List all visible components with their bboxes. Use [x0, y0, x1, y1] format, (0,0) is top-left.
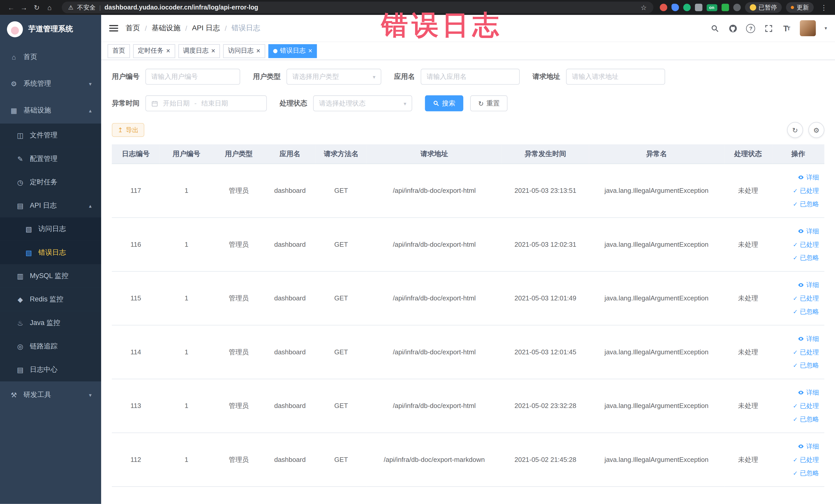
- tab-scheduled-tasks[interactable]: 定时任务 ×: [133, 44, 175, 58]
- tab-access-log[interactable]: 访问日志 ×: [223, 44, 265, 58]
- back-icon[interactable]: ←: [5, 3, 17, 11]
- refresh-button[interactable]: ↻: [787, 122, 803, 138]
- extension-icon-drop[interactable]: [671, 4, 679, 11]
- check-icon: ✓: [793, 453, 798, 466]
- extension-on-badge[interactable]: on: [707, 4, 717, 11]
- close-icon[interactable]: ×: [211, 47, 216, 55]
- detail-link[interactable]: 详细: [775, 278, 819, 292]
- app-logo[interactable]: 芋道管理系统: [0, 15, 101, 44]
- sidebar-item-trace[interactable]: ◎ 链路追踪: [0, 335, 101, 358]
- tab-schedule-log[interactable]: 调度日志 ×: [178, 44, 220, 58]
- app-name-input[interactable]: [421, 69, 520, 85]
- column-status: 处理状态: [724, 144, 772, 164]
- cell-status: 未处理: [724, 218, 772, 271]
- search-button[interactable]: 搜索: [425, 95, 463, 111]
- sidebar-item-java-monitor[interactable]: ♨ Java 监控: [0, 311, 101, 335]
- avatar-caret-icon[interactable]: ▾: [824, 26, 827, 31]
- ignored-link[interactable]: ✓已忽略: [775, 251, 819, 264]
- sidebar-item-error-log[interactable]: ▧ 错误日志: [0, 241, 101, 264]
- processed-link[interactable]: ✓已处理: [775, 184, 819, 198]
- ignored-link[interactable]: ✓已忽略: [775, 305, 819, 318]
- ignored-link[interactable]: ✓已忽略: [775, 466, 819, 480]
- detail-link[interactable]: 详细: [775, 386, 819, 399]
- detail-link[interactable]: 详细: [775, 332, 819, 346]
- eye-icon: [798, 228, 804, 235]
- processed-link[interactable]: ✓已处理: [775, 345, 819, 359]
- user-type-select[interactable]: 请选择用户类型 ▾: [286, 69, 381, 85]
- address-bar[interactable]: ⚠ 不安全 | dashboard.yudao.iocoder.cn/infra…: [62, 2, 653, 13]
- refresh-icon: ↻: [792, 126, 798, 134]
- sidebar-item-access-log[interactable]: ▧ 访问日志: [0, 217, 101, 241]
- processed-link[interactable]: ✓已处理: [775, 453, 819, 466]
- column-exception-name: 异常名: [589, 144, 724, 164]
- update-button[interactable]: 更新: [786, 2, 814, 13]
- tools-icon: ⚒: [9, 391, 18, 399]
- user-id-input[interactable]: [145, 69, 240, 85]
- ignored-link[interactable]: ✓已忽略: [775, 198, 819, 211]
- processed-link[interactable]: ✓已处理: [775, 292, 819, 305]
- sidebar-item-dev-tools[interactable]: ⚒ 研发工具 ▾: [0, 381, 101, 408]
- sidebar-item-mysql-monitor[interactable]: ▥ MySQL 监控: [0, 264, 101, 287]
- cell-exception-time: 2021-05-03 23:13:51: [502, 164, 589, 218]
- close-icon[interactable]: ×: [308, 47, 312, 55]
- user-avatar[interactable]: [800, 20, 816, 36]
- detail-link[interactable]: 详细: [775, 224, 819, 238]
- cell-method: GET: [315, 379, 367, 433]
- extension-icon-paw[interactable]: [733, 4, 740, 11]
- extension-icon-record[interactable]: [659, 4, 667, 11]
- breadcrumb-infrastructure[interactable]: 基础设施: [152, 23, 180, 33]
- table-row: 117 1 管理员 dashboard GET /api/infra/db-do…: [112, 164, 824, 218]
- sidebar-item-config-management[interactable]: ✎ 配置管理: [0, 147, 101, 170]
- hamburger-icon[interactable]: [109, 25, 118, 32]
- sidebar-item-redis-monitor[interactable]: ◆ Redis 监控: [0, 287, 101, 311]
- ignored-link[interactable]: ✓已忽略: [775, 359, 819, 372]
- cell-exception-time: 2021-05-03 12:02:31: [502, 218, 589, 271]
- search-icon[interactable]: [710, 23, 719, 33]
- export-button[interactable]: ↥ 导出: [112, 123, 144, 137]
- sidebar-item-scheduled-tasks[interactable]: ◷ 定时任务: [0, 170, 101, 194]
- sidebar-item-api-log[interactable]: ▤ API 日志 ▴: [0, 194, 101, 217]
- breadcrumb-home[interactable]: 首页: [126, 23, 140, 33]
- help-icon[interactable]: ?: [746, 24, 755, 33]
- browser-menu-icon[interactable]: ⋮: [818, 3, 830, 11]
- process-status-select[interactable]: 请选择处理状态 ▾: [313, 95, 412, 111]
- breadcrumb-api-log[interactable]: API 日志: [192, 23, 220, 33]
- font-size-icon[interactable]: TT: [782, 23, 791, 33]
- sidebar-item-file-management[interactable]: ◫ 文件管理: [0, 123, 101, 147]
- sidebar-item-system-management[interactable]: ⚙ 系统管理 ▾: [0, 70, 101, 97]
- browser-home-icon[interactable]: ⌂: [44, 3, 56, 11]
- detail-link[interactable]: 详细: [775, 171, 819, 184]
- processed-link[interactable]: ✓已处理: [775, 238, 819, 251]
- processed-link[interactable]: ✓已处理: [775, 399, 819, 412]
- document-icon: ▤: [16, 202, 24, 209]
- bookmark-star-icon[interactable]: ☆: [640, 3, 647, 11]
- tab-home[interactable]: 首页: [107, 44, 130, 58]
- eye-icon: [798, 174, 804, 181]
- reload-icon[interactable]: ↻: [31, 3, 43, 11]
- sidebar-item-home[interactable]: ⌂ 首页: [0, 44, 101, 70]
- extensions-grid-icon[interactable]: [695, 4, 702, 11]
- column-settings-button[interactable]: ⚙: [808, 122, 824, 138]
- reset-button[interactable]: ↻ 重置: [470, 95, 508, 111]
- table-row: 115 1 管理员 dashboard GET /api/infra/db-do…: [112, 271, 824, 325]
- close-icon[interactable]: ×: [166, 47, 170, 55]
- forward-icon[interactable]: →: [18, 3, 30, 11]
- check-icon: ✓: [793, 251, 798, 264]
- sidebar-item-infrastructure[interactable]: ▦ 基础设施 ▴: [0, 97, 101, 124]
- chevron-down-icon: ▾: [89, 81, 91, 86]
- breadcrumb-separator: /: [225, 24, 227, 32]
- tab-error-log[interactable]: 错误日志 ×: [268, 44, 317, 58]
- extension-icon-leaf[interactable]: [721, 4, 729, 11]
- cell-exception-time: 2021-05-02 23:32:28: [502, 379, 589, 433]
- fullscreen-icon[interactable]: [764, 23, 773, 33]
- close-icon[interactable]: ×: [256, 47, 260, 55]
- exception-time-range[interactable]: 开始日期 - 结束日期: [145, 95, 267, 111]
- detail-link[interactable]: 详细: [775, 440, 819, 453]
- breadcrumb-error-log: 错误日志: [231, 23, 260, 33]
- extension-icon-green-circle[interactable]: [683, 4, 691, 11]
- ignored-link[interactable]: ✓已忽略: [775, 412, 819, 426]
- paused-badge[interactable]: 已暂停: [745, 2, 781, 13]
- sidebar-item-log-center[interactable]: ▤ 日志中心: [0, 358, 101, 381]
- github-icon[interactable]: [728, 23, 738, 33]
- request-url-input[interactable]: [566, 69, 665, 85]
